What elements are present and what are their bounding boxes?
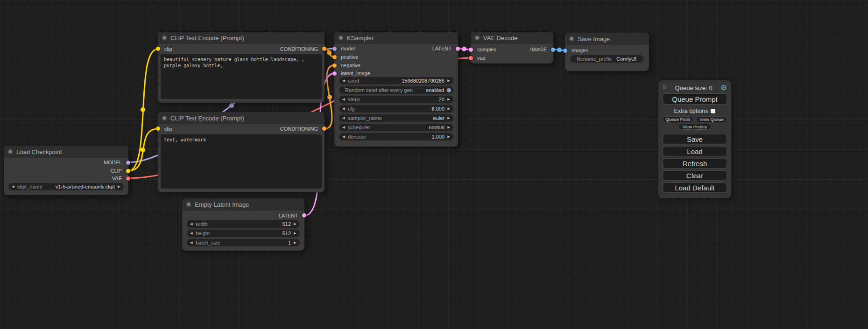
node-title-bar[interactable]: KSampler — [334, 32, 458, 44]
node-ksampler[interactable]: KSampler model positive negative latent_… — [334, 32, 458, 147]
sampler-name-widget[interactable]: ◀ sampler_name euler ▶ — [339, 114, 453, 122]
view-queue-button[interactable]: View Queue — [696, 116, 727, 122]
samples-input-slot[interactable] — [469, 48, 473, 52]
model-output-label: MODEL — [104, 158, 122, 167]
widget-value: normal — [429, 125, 445, 130]
collapse-dot-icon[interactable] — [569, 36, 574, 41]
steps-widget[interactable]: ◀ steps 20 ▶ — [339, 96, 453, 103]
load-button[interactable]: Load — [663, 146, 727, 156]
comfy-menu-panel[interactable]: ⠿ Queue size: 0 ⚙ Queue Prompt Extra opt… — [658, 80, 731, 198]
prev-arrow-icon[interactable]: ◀ — [341, 124, 346, 131]
seed-widget[interactable]: ◀ seed 156680208700286 ▶ — [339, 77, 453, 84]
model-output-slot[interactable] — [126, 161, 130, 165]
scheduler-widget[interactable]: ◀ scheduler normal ▶ — [339, 124, 453, 131]
denoise-widget[interactable]: ◀ denoise 1.000 ▶ — [339, 133, 453, 140]
model-input-label: model — [341, 44, 355, 53]
node-clip-text-encode-positive[interactable]: CLIP Text Encode (Prompt) clip CONDITION… — [158, 32, 325, 103]
next-arrow-icon[interactable]: ▶ — [446, 114, 451, 122]
view-history-button[interactable]: View History — [678, 124, 711, 130]
decrement-arrow-icon[interactable]: ◀ — [189, 230, 194, 237]
node-load-checkpoint[interactable]: Load Checkpoint MODEL CLIP VAE ◀ ckpt_na… — [4, 146, 128, 195]
drag-handle-icon[interactable]: ⠿ — [663, 84, 667, 91]
widget-value: 1 — [288, 240, 291, 245]
collapse-dot-icon[interactable] — [339, 35, 343, 40]
decrement-arrow-icon[interactable]: ◀ — [341, 77, 346, 84]
clear-button[interactable]: Clear — [663, 170, 727, 181]
decrement-arrow-icon[interactable]: ◀ — [341, 96, 346, 103]
clip-input-slot[interactable] — [156, 126, 160, 131]
prev-arrow-icon[interactable]: ◀ — [341, 114, 346, 122]
positive-prompt-textarea[interactable]: beautiful scenery nature glass bottle la… — [161, 54, 322, 99]
clip-output-slot[interactable] — [126, 169, 130, 173]
settings-gear-icon[interactable]: ⚙ — [721, 84, 727, 92]
node-graph-canvas[interactable]: Load Checkpoint MODEL CLIP VAE ◀ ckpt_na… — [0, 0, 868, 329]
filename-prefix-widget[interactable]: filename_prefix ComfyUI — [571, 55, 643, 63]
widget-label: height — [196, 231, 210, 236]
increment-arrow-icon[interactable]: ▶ — [293, 220, 297, 228]
queue-front-button[interactable]: Queue Front — [663, 116, 693, 122]
decrement-arrow-icon[interactable]: ◀ — [341, 133, 346, 140]
next-arrow-icon[interactable]: ▶ — [117, 183, 121, 190]
toggle-indicator-icon[interactable] — [447, 88, 451, 92]
widget-value: euler — [433, 115, 445, 121]
refresh-button[interactable]: Refresh — [663, 158, 727, 168]
node-empty-latent-image[interactable]: Empty Latent Image LATENT ◀ width 512 ▶ … — [182, 198, 304, 251]
clip-input-slot[interactable] — [156, 47, 160, 51]
images-input-label: images — [572, 46, 588, 55]
increment-arrow-icon[interactable]: ▶ — [293, 230, 297, 237]
decrement-arrow-icon[interactable]: ◀ — [189, 220, 194, 228]
load-default-button[interactable]: Load Default — [663, 182, 727, 193]
link-midpoint-dot — [557, 48, 562, 52]
width-widget[interactable]: ◀ width 512 ▶ — [187, 220, 300, 228]
collapse-dot-icon[interactable] — [8, 149, 13, 154]
image-output-slot[interactable] — [551, 48, 555, 52]
node-title-bar[interactable]: CLIP Text Encode (Prompt) — [158, 32, 325, 44]
positive-input-slot[interactable] — [332, 55, 337, 59]
vae-input-slot[interactable] — [469, 56, 473, 60]
conditioning-output-slot[interactable] — [322, 47, 326, 51]
increment-arrow-icon[interactable]: ▶ — [446, 133, 451, 140]
negative-input-slot[interactable] — [332, 63, 337, 68]
conditioning-output-slot[interactable] — [322, 126, 326, 131]
increment-arrow-icon[interactable]: ▶ — [293, 239, 297, 246]
latent-output-slot[interactable] — [302, 213, 306, 217]
node-vae-decode[interactable]: VAE Decode samples vae IMAGE — [471, 32, 553, 63]
queue-prompt-button[interactable]: Queue Prompt — [663, 93, 727, 105]
link-midpoint-dot — [462, 47, 466, 51]
collapse-dot-icon[interactable] — [186, 202, 191, 207]
ckpt-name-widget[interactable]: ◀ ckpt_name v1-5-pruned-emaonly.ckpt ▶ — [8, 183, 124, 190]
save-button[interactable]: Save — [663, 134, 727, 144]
decrement-arrow-icon[interactable]: ◀ — [189, 239, 194, 246]
negative-prompt-textarea[interactable]: text, watermark — [161, 134, 322, 189]
widget-label: ckpt_name — [17, 184, 42, 189]
latent-output-slot[interactable] — [456, 47, 460, 51]
collapse-dot-icon[interactable] — [475, 35, 480, 40]
extra-options-checkbox[interactable] — [711, 109, 715, 113]
decrement-arrow-icon[interactable]: ◀ — [341, 105, 346, 112]
node-clip-text-encode-negative[interactable]: CLIP Text Encode (Prompt) clip CONDITION… — [158, 112, 325, 192]
widget-label: cfg — [348, 106, 355, 112]
node-title-bar[interactable]: Save Image — [565, 33, 649, 45]
collapse-dot-icon[interactable] — [162, 35, 167, 40]
node-title: VAE Decode — [483, 35, 517, 42]
node-title-bar[interactable]: Empty Latent Image — [182, 198, 304, 210]
increment-arrow-icon[interactable]: ▶ — [446, 77, 451, 84]
latent-image-input-slot[interactable] — [332, 71, 337, 76]
cfg-widget[interactable]: ◀ cfg 8.000 ▶ — [339, 105, 453, 112]
prev-arrow-icon[interactable]: ◀ — [11, 183, 15, 190]
node-save-image[interactable]: Save Image images filename_prefix ComfyU… — [565, 33, 649, 71]
node-title-bar[interactable]: Load Checkpoint — [4, 146, 128, 158]
batch-size-widget[interactable]: ◀ batch_size 1 ▶ — [187, 239, 300, 246]
widget-value: 512 — [282, 221, 291, 227]
next-arrow-icon[interactable]: ▶ — [446, 124, 451, 131]
vae-output-slot[interactable] — [126, 176, 130, 181]
random-seed-toggle-widget[interactable]: Random seed after every gen enabled — [339, 86, 453, 94]
height-widget[interactable]: ◀ height 512 ▶ — [187, 230, 300, 237]
increment-arrow-icon[interactable]: ▶ — [446, 105, 451, 112]
increment-arrow-icon[interactable]: ▶ — [446, 96, 451, 103]
images-input-slot[interactable] — [563, 49, 567, 53]
node-title-bar[interactable]: CLIP Text Encode (Prompt) — [158, 112, 325, 124]
node-title-bar[interactable]: VAE Decode — [471, 32, 553, 44]
model-input-slot[interactable] — [332, 47, 337, 51]
collapse-dot-icon[interactable] — [162, 116, 167, 120]
